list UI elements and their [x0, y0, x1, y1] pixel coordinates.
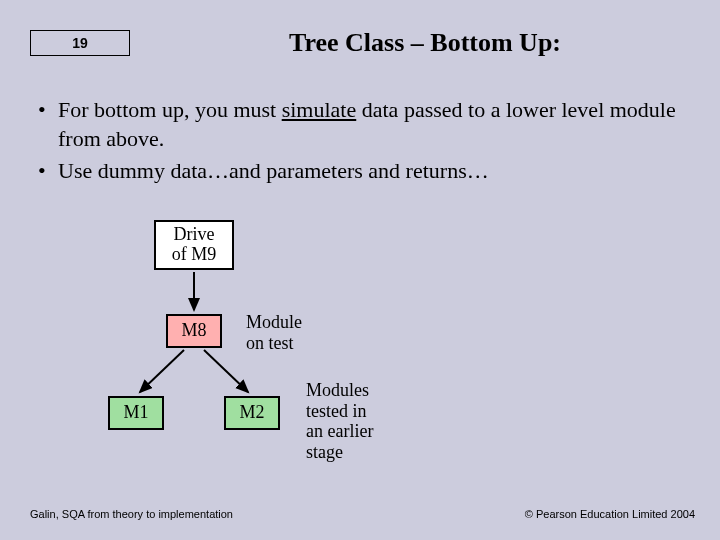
diagram: Drive of M9 M8 M1 M2 Module on test Modu… — [80, 220, 480, 470]
box-drive: Drive of M9 — [154, 220, 234, 270]
box-m2: M2 — [224, 396, 280, 430]
label-bot-l3: an earlier — [306, 421, 373, 442]
bullet-1: For bottom up, you must simulate data pa… — [38, 96, 690, 153]
label-modules-tested: Modules tested in an earlier stage — [306, 380, 373, 463]
box-drive-line2: of M9 — [172, 245, 217, 265]
box-m1: M1 — [108, 396, 164, 430]
slide-number: 19 — [30, 30, 130, 56]
label-mid-l1: Module — [246, 312, 302, 333]
box-drive-line1: Drive — [174, 225, 215, 245]
label-bot-l4: stage — [306, 442, 373, 463]
label-mid-l2: on test — [246, 333, 302, 354]
label-bot-l1: Modules — [306, 380, 373, 401]
label-module-on-test: Module on test — [246, 312, 302, 353]
bullet-list: For bottom up, you must simulate data pa… — [38, 96, 690, 190]
bullet-1-text-pre: For bottom up, you must — [58, 97, 282, 122]
bullet-1-underline: simulate — [282, 97, 357, 122]
slide-title: Tree Class – Bottom Up: — [160, 28, 690, 58]
box-m8: M8 — [166, 314, 222, 348]
footer-right: © Pearson Education Limited 2004 — [525, 508, 695, 520]
svg-line-1 — [140, 350, 184, 392]
svg-line-2 — [204, 350, 248, 392]
footer-left: Galin, SQA from theory to implementation — [30, 508, 233, 520]
bullet-2: Use dummy data…and parameters and return… — [38, 157, 690, 186]
label-bot-l2: tested in — [306, 401, 373, 422]
